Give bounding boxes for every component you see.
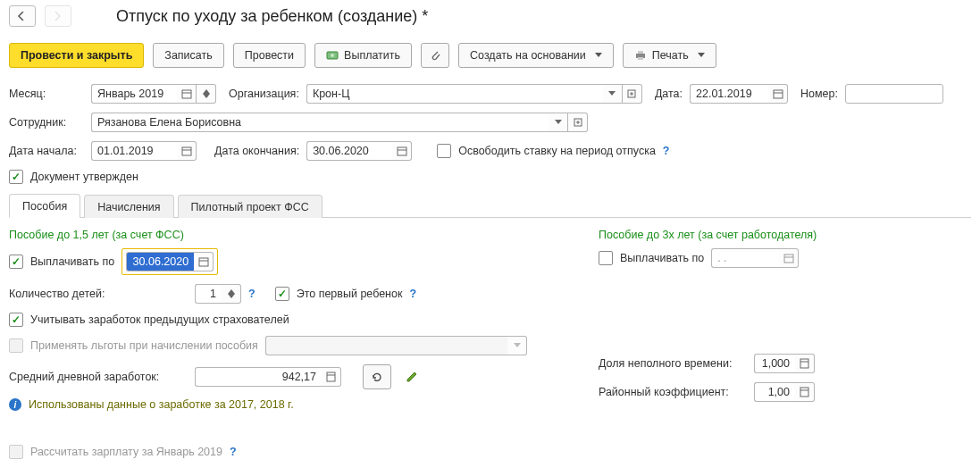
employee-label: Сотрудник: xyxy=(9,116,84,129)
date-field[interactable] xyxy=(690,84,788,104)
dropdown-icon[interactable] xyxy=(549,113,568,132)
spinner-icon[interactable] xyxy=(222,284,241,304)
help-icon[interactable]: ? xyxy=(248,288,255,300)
caret-down-icon xyxy=(698,53,705,58)
nav-back-button[interactable] xyxy=(9,5,36,27)
fss3-pay-until-field[interactable]: . . xyxy=(711,248,799,268)
open-icon[interactable] xyxy=(623,84,642,104)
open-icon[interactable] xyxy=(568,113,588,132)
money-icon xyxy=(326,49,339,62)
calc-salary-checkbox xyxy=(9,445,23,459)
dropdown-icon[interactable] xyxy=(603,84,623,104)
svg-rect-11 xyxy=(182,147,191,155)
prev-insurers-checkbox[interactable] xyxy=(9,313,23,327)
use-benefits-checkbox xyxy=(9,338,23,353)
children-label: Количество детей: xyxy=(9,288,188,300)
date-label: Дата: xyxy=(655,88,683,100)
create-based-dropdown[interactable]: Создать на основании xyxy=(458,43,614,68)
tab-fss-pilot[interactable]: Пилотный проект ФСС xyxy=(178,195,322,218)
fss15-pay-checkbox[interactable] xyxy=(9,255,23,269)
calendar-icon[interactable] xyxy=(194,252,214,271)
nav-forward-button xyxy=(45,5,71,27)
doc-approved-label: Документ утвержден xyxy=(30,171,138,183)
benefits-select xyxy=(265,336,527,355)
arrow-right-icon xyxy=(53,12,63,21)
svg-rect-13 xyxy=(398,147,406,155)
children-field[interactable] xyxy=(195,284,241,304)
calculator-icon[interactable] xyxy=(795,354,815,373)
svg-rect-15 xyxy=(199,258,208,266)
svg-rect-23 xyxy=(800,388,808,397)
use-benefits-label: Применять льготы при начислении пособия xyxy=(30,339,258,352)
pay-button[interactable]: Выплатить xyxy=(314,43,412,68)
org-field[interactable] xyxy=(306,84,642,104)
number-field[interactable] xyxy=(845,84,943,104)
fss3-pay-label: Выплачивать по xyxy=(620,252,704,264)
printer-icon xyxy=(634,49,647,62)
print-dropdown[interactable]: Печать xyxy=(623,43,716,68)
fss15-header: Пособие до 1,5 лет (за счет ФСС) xyxy=(9,229,527,241)
arrow-left-icon xyxy=(17,12,28,21)
refresh-button[interactable] xyxy=(363,364,391,389)
dropdown-icon xyxy=(507,336,527,355)
pay-button-label: Выплатить xyxy=(344,49,400,62)
fss15-pay-label: Выплачивать по xyxy=(30,255,114,268)
help-icon[interactable]: ? xyxy=(663,145,670,157)
print-label: Печать xyxy=(652,49,689,62)
avg-field[interactable] xyxy=(195,367,341,387)
month-label: Месяц: xyxy=(9,88,84,100)
paperclip-icon xyxy=(429,49,441,62)
calendar-icon[interactable] xyxy=(177,84,197,104)
svg-rect-17 xyxy=(327,372,335,381)
doc-approved-checkbox[interactable] xyxy=(9,170,23,184)
number-label: Номер: xyxy=(800,88,838,100)
start-field[interactable] xyxy=(91,141,197,161)
attach-button[interactable] xyxy=(421,43,449,68)
page-title: Отпуск по уходу за ребенком (создание) * xyxy=(116,7,428,26)
fss3-header: Пособие до 3х лет (за счет работодателя) xyxy=(599,229,971,241)
svg-point-1 xyxy=(331,54,334,57)
svg-rect-5 xyxy=(182,90,191,98)
pencil-icon xyxy=(406,371,418,383)
employee-field[interactable] xyxy=(91,113,588,132)
end-label: Дата окончания: xyxy=(214,145,299,157)
run-button[interactable]: Провести xyxy=(233,43,306,68)
info-icon: i xyxy=(9,398,21,411)
svg-rect-4 xyxy=(638,57,643,60)
calc-salary-label: Рассчитать зарплату за Январь 2019 xyxy=(30,446,222,458)
help-icon[interactable]: ? xyxy=(230,446,237,458)
calendar-icon[interactable] xyxy=(768,84,788,104)
info-text: Использованы данные о заработке за 2017,… xyxy=(29,398,294,411)
spinner-icon[interactable] xyxy=(197,84,216,104)
refresh-icon xyxy=(371,371,383,383)
fss3-pay-checkbox[interactable] xyxy=(599,251,613,265)
tab-benefits[interactable]: Пособия xyxy=(9,194,80,218)
first-child-checkbox[interactable] xyxy=(275,287,289,301)
fss15-pay-until-highlight xyxy=(121,248,218,275)
region-coef-label: Районный коэффициент: xyxy=(599,386,747,398)
calendar-icon[interactable] xyxy=(392,141,412,161)
svg-rect-8 xyxy=(774,90,783,98)
svg-rect-3 xyxy=(638,51,643,54)
calendar-icon[interactable] xyxy=(177,141,197,161)
calendar-icon[interactable] xyxy=(779,248,799,268)
start-label: Дата начала: xyxy=(9,145,84,157)
edit-button[interactable] xyxy=(398,365,425,388)
calculator-icon[interactable] xyxy=(795,382,815,402)
tab-accruals[interactable]: Начисления xyxy=(84,195,173,218)
svg-rect-19 xyxy=(784,255,793,263)
fss15-pay-until-field[interactable] xyxy=(126,252,214,271)
first-child-label: Это первый ребенок xyxy=(297,288,403,300)
month-field[interactable] xyxy=(91,84,216,104)
region-coef-field[interactable] xyxy=(754,382,815,402)
end-field[interactable] xyxy=(306,141,412,161)
help-icon[interactable]: ? xyxy=(409,288,416,300)
svg-rect-21 xyxy=(800,359,808,368)
calculator-icon[interactable] xyxy=(322,367,341,387)
release-rate-checkbox[interactable] xyxy=(437,144,451,158)
run-and-close-button[interactable]: Провести и закрыть xyxy=(9,43,144,68)
release-rate-label: Освободить ставку на период отпуска xyxy=(458,145,656,157)
part-time-field[interactable] xyxy=(754,354,815,373)
avg-label: Средний дневной заработок: xyxy=(9,371,188,383)
write-button[interactable]: Записать xyxy=(153,43,223,68)
